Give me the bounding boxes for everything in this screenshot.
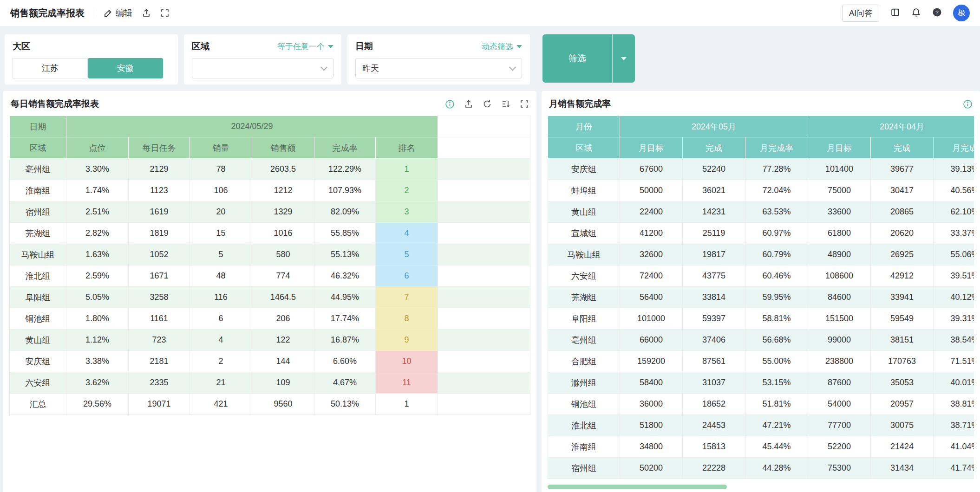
spot-cell: 2.59% [66,265,129,287]
target-cell: 101000 [620,308,683,330]
qty-cell: 48 [190,265,252,287]
col-header-spot: 点位 [66,137,129,159]
rate-cell: 107.93% [314,180,376,201]
area-mode-dropdown[interactable]: 等于任意一个 [277,41,333,52]
done-cell: 31037 [683,372,745,394]
avatar[interactable]: 极 [953,5,970,21]
filter-submit-button[interactable]: 筛选 [542,34,613,83]
filler-header [438,137,530,159]
fullscreen-button[interactable] [160,8,170,18]
region-option-jiangsu[interactable]: 江苏 [13,58,88,78]
date-select[interactable]: 昨天 [355,58,522,78]
table-row: 安庆组 67600 52240 77.28% 101400 39677 39.1… [548,159,974,180]
edit-button[interactable]: 编辑 [104,7,132,19]
divider [94,8,94,18]
table-row: 马鞍山组 1.63% 1052 5 580 55.13% 5 [10,244,530,265]
horizontal-scrollbar [548,485,974,489]
table-row: 六安组 3.62% 2335 21 109 4.67% 11 [10,372,530,394]
task-cell: 1619 [129,201,190,223]
rate-bar-cell: 56.68% [745,330,808,351]
filler-cell [438,180,530,201]
table-row: 淮南组 34800 15813 45.44% 52200 21424 41.04… [548,436,974,458]
rate-cell: 6.60% [314,351,376,372]
info-icon[interactable] [445,99,455,109]
area-cell: 亳州组 [548,330,620,351]
side-panel-button[interactable] [890,7,900,19]
rate-cell: 46.32% [314,265,376,287]
refresh-icon[interactable] [483,99,492,109]
column-settings-icon[interactable] [501,99,510,109]
task-cell: 19071 [129,394,190,415]
area-cell: 马鞍山组 [548,244,620,265]
done-cell: 42912 [871,265,934,287]
info-icon[interactable] [963,99,973,109]
fullscreen-icon [160,8,170,18]
topbar: 销售额完成率报表 编辑 AI问答 [0,0,980,26]
area-cell: 铜池组 [548,394,620,415]
task-cell: 1819 [129,223,190,244]
target-cell: 75000 [808,180,871,201]
done-cell: 15813 [683,436,745,458]
rate-bar-cell: 47.21% [745,415,808,436]
area-cell: 马鞍山组 [10,244,66,265]
filter-submit-split-button: 筛选 [542,34,635,83]
target-cell: 54000 [808,394,871,415]
filter-submit-dropdown[interactable] [613,34,635,83]
spot-cell: 5.05% [66,287,129,308]
export-button[interactable] [142,8,151,18]
table-row: 亳州组 3.30% 2129 78 2603.5 122.29% 1 [10,159,530,180]
rate-cell: 44.95% [314,287,376,308]
table-row: 蚌埠组 50000 36021 72.04% 75000 30417 40.56… [548,180,974,201]
spot-cell: 2.51% [66,201,129,223]
done-cell: 21424 [871,436,934,458]
table-row: 淮南组 1.74% 1123 106 1212 107.93% 2 [10,180,530,201]
done-cell: 36021 [683,180,745,201]
task-cell: 1161 [129,308,190,330]
amount-cell: 206 [252,308,314,330]
task-cell: 2129 [129,159,190,180]
done-cell: 22228 [683,458,745,479]
target-cell: 238800 [808,351,871,372]
target-cell: 36000 [620,394,683,415]
target-cell: 159200 [620,351,683,372]
export-icon[interactable] [464,99,473,109]
region-option-anhui[interactable]: 安徽 [88,58,163,78]
date-select-value: 昨天 [362,63,379,74]
amount-cell: 2603.5 [252,159,314,180]
target-cell: 84600 [808,287,871,308]
rate-bar-cell: 44.28% [745,458,808,479]
ai-qa-button[interactable]: AI问答 [842,5,879,22]
area-cell: 阜阳组 [10,287,66,308]
done-cell: 31434 [871,458,934,479]
target-cell: 32600 [620,244,683,265]
area-cell: 芜湖组 [10,223,66,244]
done-cell: 39677 [871,159,934,180]
qty-cell: 4 [190,330,252,351]
filler-cell [438,308,530,330]
table-row: 铜池组 36000 18652 51.81% 54000 20957 38.81… [548,394,974,415]
svg-text:?: ? [935,9,938,15]
area-cell: 安庆组 [548,159,620,180]
area-select[interactable] [192,58,333,78]
task-cell: 1671 [129,265,190,287]
notifications-button[interactable] [911,7,921,19]
task-cell: 1052 [129,244,190,265]
rate-bar-cell: 55.00% [745,351,808,372]
amount-cell: 580 [252,244,314,265]
col-header-task: 每日任务 [129,137,190,159]
date-mode-dropdown[interactable]: 动态筛选 [482,41,522,52]
filler-cell [438,287,530,308]
rate-bar-cell: 40.12% [934,287,974,308]
filler-cell [438,394,530,415]
col-header-m2-target: 月目标 [808,137,871,159]
table-row: 芜湖组 56400 33814 59.95% 84600 33941 40.12… [548,287,974,308]
expand-icon[interactable] [520,99,529,109]
rate-cell: 50.13% [314,394,376,415]
filter-card-date: 日期 动态筛选 昨天 [347,34,530,84]
help-button[interactable]: ? [932,7,942,19]
rate-bar-cell: 55.06% [934,244,974,265]
scrollbar-thumb[interactable] [548,485,727,489]
col-header-amount: 销售额 [252,137,314,159]
filler-cell [438,330,530,351]
col-header-m2-done: 完成 [871,137,934,159]
